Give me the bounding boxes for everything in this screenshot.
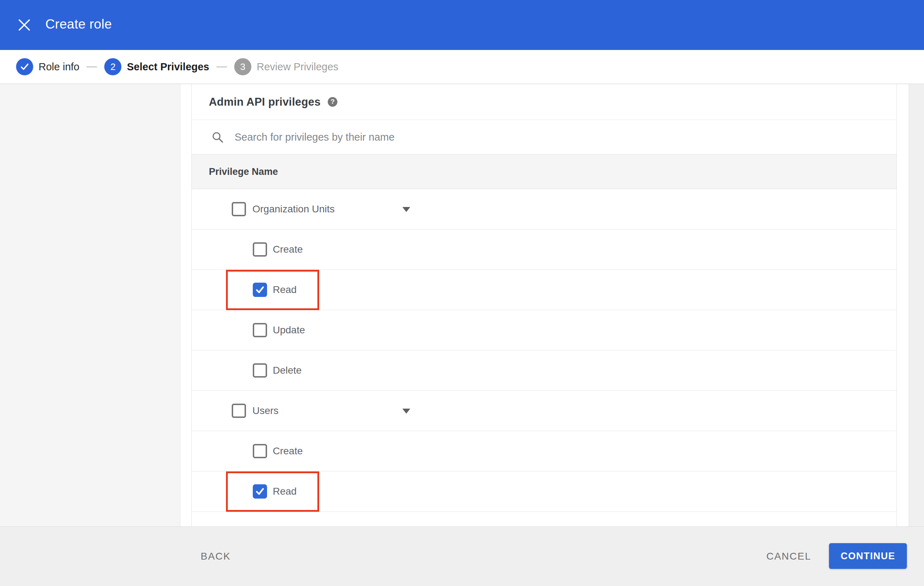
privilege-row: Create (192, 431, 896, 471)
privilege-search-row (192, 120, 896, 154)
step-connector (86, 66, 97, 67)
step-review-privileges[interactable]: 3 Review Privileges (234, 58, 338, 75)
privilege-rows: Organization Units Create Read Update (192, 189, 896, 512)
section-title-row: Admin API privileges ? (192, 84, 896, 120)
privilege-label: Users (252, 405, 279, 416)
step-label: Role info (38, 61, 79, 73)
help-button[interactable]: ? (328, 97, 337, 107)
privilege-label: Create (273, 244, 303, 255)
privilege-checkbox[interactable] (253, 363, 267, 378)
privilege-label: Read (273, 486, 297, 497)
help-icon: ? (331, 98, 335, 105)
privilege-checkbox[interactable] (253, 283, 267, 297)
step-complete-circle (16, 58, 33, 75)
step-number-circle: 3 (234, 58, 251, 75)
collapse-arrow-icon[interactable] (403, 207, 410, 212)
continue-button[interactable]: CONTINUE (829, 543, 907, 569)
search-input[interactable] (234, 131, 734, 143)
step-select-privileges[interactable]: 2 Select Privileges (104, 58, 209, 75)
checkmark-icon (254, 486, 266, 497)
privilege-row: Users (192, 391, 896, 431)
privilege-row: Update (192, 310, 896, 351)
privilege-checkbox[interactable] (253, 242, 267, 257)
privilege-label: Organization Units (252, 203, 335, 215)
section-title: Admin API privileges (209, 95, 321, 109)
privilege-checkbox[interactable] (253, 323, 267, 337)
privilege-label: Create (273, 445, 303, 457)
dialog-title: Create role (45, 17, 112, 32)
scrollbar-track[interactable] (909, 84, 924, 527)
step-number-circle: 2 (104, 58, 121, 75)
privilege-checkbox[interactable] (253, 444, 267, 458)
privilege-label: Update (273, 324, 305, 336)
step-check-icon (20, 62, 29, 71)
collapse-arrow-icon[interactable] (403, 409, 410, 414)
table-header-row: Privilege Name (192, 154, 896, 189)
privilege-row: Delete (192, 351, 896, 391)
footer-bar: BACK CANCEL CONTINUE (0, 527, 924, 586)
privilege-row: Read (192, 270, 896, 310)
close-icon (18, 18, 31, 31)
privilege-row: Read (192, 471, 896, 512)
privileges-panel: Admin API privileges ? Privilege Name Or… (191, 84, 897, 527)
stepper: Role info 2 Select Privileges 3 Review P… (0, 50, 924, 84)
privilege-name-column-header: Privilege Name (209, 166, 278, 177)
step-connector (216, 66, 227, 67)
step-role-info[interactable]: Role info (16, 58, 79, 75)
checkmark-icon (254, 284, 266, 296)
step-label: Select Privileges (127, 61, 209, 73)
search-icon (212, 131, 223, 143)
privilege-label: Read (273, 284, 297, 296)
privilege-label: Delete (273, 365, 302, 376)
left-gutter (0, 84, 180, 527)
privilege-checkbox[interactable] (253, 484, 267, 499)
back-button[interactable]: BACK (201, 551, 231, 562)
close-button[interactable] (15, 16, 33, 34)
privilege-row: Create (192, 229, 896, 270)
app-bar: Create role (0, 0, 924, 50)
privilege-row: Organization Units (192, 189, 896, 229)
cancel-button[interactable]: CANCEL (766, 551, 811, 562)
step-label: Review Privileges (257, 61, 338, 73)
privilege-checkbox[interactable] (232, 202, 246, 216)
privilege-checkbox[interactable] (232, 403, 246, 418)
